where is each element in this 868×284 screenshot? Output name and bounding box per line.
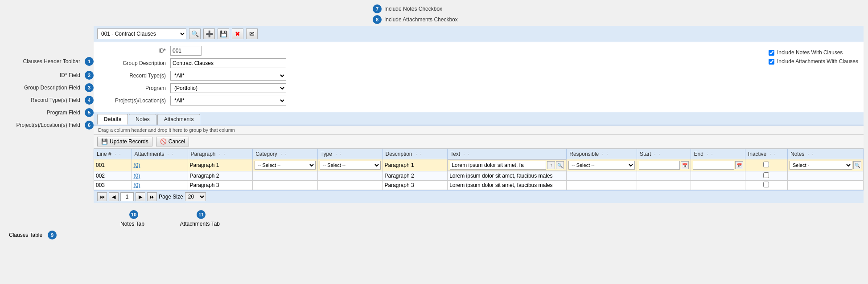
col-start[interactable]: Start⋮⋮ [637,149,691,159]
group-desc-input[interactable] [170,58,286,68]
cell-description-2: Paragraph 2 [383,171,448,181]
table-row: 001 (0) Paragraph 1 -- Select -- [94,159,864,171]
cell-category-1[interactable]: -- Select -- [253,159,318,171]
include-attachments-row: Include Attachments With Clauses [769,58,858,65]
clauses-table-annotation: Clauses Table 9 [4,231,864,239]
record-types-select[interactable]: *All* [170,71,286,81]
cell-end-2 [691,171,745,181]
start-input-1[interactable] [639,161,680,170]
responsible-select-1[interactable]: -- Select -- [568,161,635,170]
inactive-checkbox-3[interactable] [763,182,769,187]
cell-attachments-3[interactable]: (0) [132,181,188,190]
notes-tab-annot-label: Notes Tab [120,221,144,227]
badge-3: 3 [85,83,94,92]
first-page-button[interactable]: ⏮ [97,192,107,201]
type-select-1[interactable]: -- Select -- [320,161,381,170]
cell-category-3 [253,181,318,190]
cell-start-1[interactable]: 📅 [637,159,691,171]
end-calendar-1[interactable]: 📅 [735,161,743,169]
email-button[interactable]: ✉ [246,28,258,39]
pagination: ⏮ ◀ ▶ ⏭ Page Size 20 10 50 100 [94,190,864,203]
search-button[interactable]: 🔍 [189,28,201,39]
cell-notes-2 [787,171,863,181]
cell-line-3: 003 [94,181,132,190]
form-area: ID* Group Description Record Type(s) [94,42,864,112]
cell-paragraph-3: Paragraph 3 [188,181,253,190]
page-number-input[interactable] [120,192,134,201]
id-field-label: ID* Field [60,72,80,78]
text-search-btn-1[interactable]: 🔍 [556,161,564,169]
projects-locations-select[interactable]: *All* [170,96,286,105]
text-expand-btn-1[interactable]: ↑ [547,161,555,169]
badge-11: 11 [197,210,206,219]
cancel-button[interactable]: 🚫 Cancel [156,137,189,146]
id-input[interactable] [170,46,202,56]
end-input-1[interactable] [693,161,734,170]
col-paragraph[interactable]: Paragraph⋮⋮ [188,149,253,159]
col-description[interactable]: Description⋮⋮ [383,149,448,159]
program-select[interactable]: (Portfolio) [170,83,286,93]
cell-end-1[interactable]: 📅 [691,159,745,171]
col-category[interactable]: Category⋮⋮ [253,149,318,159]
tab-details[interactable]: Details [97,114,128,125]
cell-attachments-2[interactable]: (0) [132,171,188,181]
include-attachments-checkbox[interactable] [769,59,774,65]
cell-notes-1[interactable]: Select - 🔍 [787,159,863,171]
last-page-button[interactable]: ⏭ [147,192,157,201]
contract-clauses-select[interactable]: 001 - Contract Clauses [97,28,186,39]
cell-responsible-1[interactable]: -- Select -- [567,159,637,171]
text-input-1[interactable] [450,161,546,170]
notes-search-1[interactable]: 🔍 [853,161,861,169]
cell-type-1[interactable]: -- Select -- [317,159,383,171]
badge-10: 10 [129,210,138,219]
badge-5: 5 [85,108,94,117]
cell-inactive-1[interactable] [745,159,787,171]
id-field-form-label: ID* [99,48,170,54]
col-type[interactable]: Type⋮⋮ [317,149,383,159]
update-icon: 💾 [101,138,108,145]
col-inactive[interactable]: Inactive⋮⋮ [745,149,787,159]
cell-end-3 [691,181,745,190]
category-select-1[interactable]: -- Select -- [255,161,316,170]
cell-paragraph-2: Paragraph 2 [188,171,253,181]
table-area: Drag a column header and drop it here to… [94,125,864,203]
attachments-checkbox-label: Include Attachments Checkbox [384,16,458,23]
projects-locations-form-label: Project(s)/Location(s) [99,97,170,104]
tab-notes[interactable]: Notes [129,114,156,125]
inactive-checkbox-2[interactable] [763,172,769,178]
attachments-checkbox-annotation: 8 Include Attachments Checkbox [370,15,864,24]
include-notes-checkbox[interactable] [769,50,774,56]
next-page-button[interactable]: ▶ [136,192,145,201]
col-text[interactable]: Text⋮⋮ [448,149,567,159]
clauses-table: Line #⋮⋮ Attachments⋮⋮ Paragraph⋮⋮ Categ… [94,149,864,190]
col-line[interactable]: Line #⋮⋮ [94,149,132,159]
update-records-button[interactable]: 💾 Update Records [97,137,152,146]
update-records-label: Update Records [110,138,148,145]
delete-button[interactable]: ✖ [232,28,243,39]
grid-wrapper: Line #⋮⋮ Attachments⋮⋮ Paragraph⋮⋮ Categ… [94,149,864,190]
inactive-checkbox-1[interactable] [763,162,769,167]
notes-select-1[interactable]: Select - [790,161,852,170]
cell-responsible-3 [567,181,637,190]
cell-inactive-2[interactable] [745,171,787,181]
col-end[interactable]: End⋮⋮ [691,149,745,159]
main-content: 001 - Contract Clauses 🔍 ➕ 💾 ✖ ✉ ID* [94,26,864,203]
cell-start-3 [637,181,691,190]
col-notes[interactable]: Notes⋮⋮ [787,149,863,159]
attachments-tab-annotation: 11 Attachments Tab [180,210,220,227]
projects-locations-row: Project(s)/Location(s) *All* [99,96,742,105]
notes-checkbox-label: Include Notes Checkbox [384,6,442,12]
include-attachments-text: Include Attachments With Clauses [777,58,858,65]
page-size-select[interactable]: 20 10 50 100 [185,192,206,201]
cell-text-1[interactable]: ↑ 🔍 [448,159,566,171]
add-button[interactable]: ➕ [203,28,215,39]
start-calendar-1[interactable]: 📅 [681,161,689,169]
prev-page-button[interactable]: ◀ [109,192,119,201]
col-attachments[interactable]: Attachments⋮⋮ [132,149,188,159]
save-button[interactable]: 💾 [218,28,229,39]
cell-inactive-3[interactable] [745,181,787,190]
table-row: 003 (0) Paragraph 3 Paragraph 3 Lorem ip… [94,181,864,190]
tab-attachments[interactable]: Attachments [157,114,201,125]
cell-attachments-1[interactable]: (0) [132,159,188,171]
col-responsible[interactable]: Responsible⋮⋮ [567,149,637,159]
